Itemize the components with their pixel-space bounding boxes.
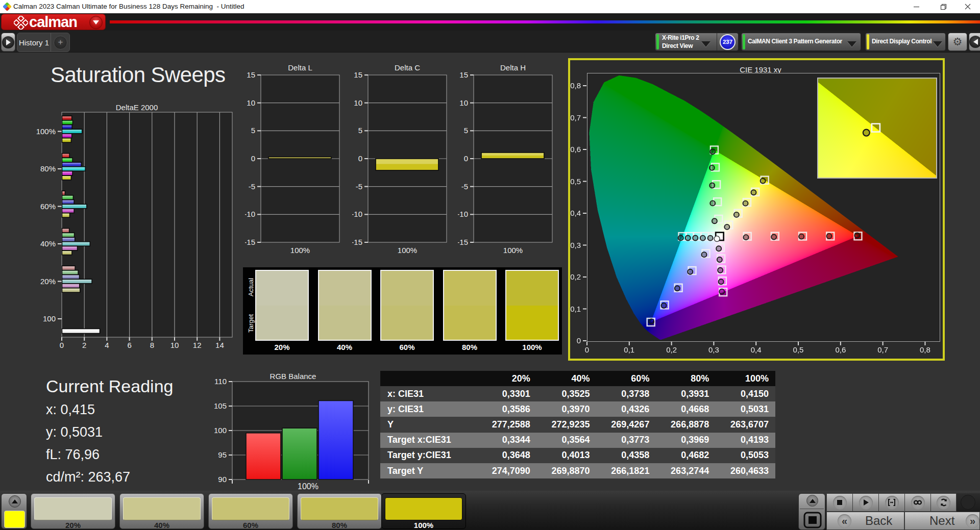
table-row: Target x:CIE310,33440,35640,37730,39690,… (380, 433, 775, 448)
cell-value: 0,4682 (656, 448, 716, 463)
cell-value: 0,4668 (656, 401, 716, 417)
cell-value: 0,3344 (477, 433, 537, 448)
record-button[interactable] (961, 495, 975, 510)
row-label: x: CIE31 (380, 386, 477, 401)
svg-text:0: 0 (577, 336, 581, 345)
patch-actual-60% (381, 271, 433, 306)
calman-menu-button[interactable]: calman (1, 14, 106, 30)
chevron-up-icon (810, 499, 816, 503)
svg-text:10: 10 (247, 98, 255, 107)
svg-text:0: 0 (464, 154, 468, 163)
svg-text:0,4: 0,4 (570, 209, 581, 217)
calman-logo-icon (14, 16, 28, 30)
expand-button[interactable] (806, 495, 818, 507)
display-control-accent (867, 34, 869, 49)
svg-text:0,8: 0,8 (920, 345, 930, 354)
svg-text:95: 95 (218, 450, 227, 459)
svg-text:100%: 100% (398, 246, 417, 255)
pattern-button-60%[interactable]: 60% (208, 493, 293, 529)
patch-80% (443, 270, 497, 341)
measurement-table: 20%40%60%80%100%x: CIE310,33010,35250,37… (380, 371, 775, 478)
svg-text:100: 100 (214, 426, 227, 435)
pattern-button-40%[interactable]: 40% (119, 493, 204, 529)
svg-text:105: 105 (214, 401, 227, 410)
next-button[interactable]: Next » (904, 512, 980, 530)
pattern-button[interactable] (878, 493, 904, 512)
cell-value: 263,2744 (656, 463, 716, 478)
cell-value: 0,3738 (597, 386, 656, 401)
plus-icon: + (54, 36, 67, 49)
svg-text:0,7: 0,7 (877, 345, 888, 354)
next-label: Next (929, 514, 954, 528)
svg-text:100%: 100% (298, 482, 318, 491)
cell-value: 0,5053 (716, 448, 775, 463)
meter-reading-badge[interactable]: 237 (720, 34, 736, 50)
pattern-button-20%[interactable]: 20% (31, 493, 115, 529)
pattern-generator-select[interactable]: CalMAN Client 3 Pattern Generator (741, 33, 861, 51)
svg-text:10: 10 (354, 98, 362, 107)
svg-text:Delta L: Delta L (288, 63, 312, 72)
loop-button[interactable] (904, 493, 930, 512)
svg-text:5: 5 (251, 126, 255, 135)
patch-20% (255, 270, 309, 341)
table-row: Y277,2588272,9235269,4267266,8878263,670… (380, 417, 775, 432)
cell-value: 260,4633 (716, 463, 775, 478)
pattern-window-button[interactable] (802, 511, 822, 529)
pattern-button-label: 80% (298, 521, 381, 529)
svg-text:12: 12 (193, 341, 202, 349)
pattern-icon (885, 496, 899, 510)
svg-text:2: 2 (82, 341, 86, 349)
svg-text:-10: -10 (352, 210, 362, 218)
pattern-button-100%[interactable]: 100% (381, 493, 466, 529)
cell-value: 266,1821 (597, 463, 656, 478)
cell-value: 277,2588 (477, 417, 537, 432)
cie-1931-panel: CIE 1931 xy 000,10,10,20,20,30,30,40,40,… (568, 58, 945, 361)
svg-text:14: 14 (215, 341, 224, 349)
strip-row-label-actual: Actual (247, 278, 255, 296)
tab-scroll-button[interactable] (1, 33, 15, 52)
svg-text:4: 4 (105, 341, 109, 349)
row-label (380, 371, 477, 386)
svg-text:Delta C: Delta C (395, 63, 420, 72)
svg-text:0: 0 (358, 154, 362, 163)
settings-button[interactable]: ⚙ (948, 33, 967, 51)
pattern-button-80%[interactable]: 80% (297, 493, 382, 529)
meter-line1: X-Rite i1Pro 2 (662, 34, 699, 41)
cell-value: 0,4150 (716, 386, 775, 401)
cell-value: 0,3773 (597, 433, 656, 448)
play-icon (2, 36, 14, 48)
delta-c-chart: Delta C151050-5-10-15100% (352, 61, 454, 260)
stop-button[interactable] (826, 493, 852, 512)
add-tab-button[interactable]: + (52, 33, 69, 52)
cell-value: 0,3586 (477, 401, 537, 417)
play-button[interactable] (852, 493, 878, 512)
svg-text:100%: 100% (290, 246, 310, 255)
display-control-select[interactable]: Direct Display Control (865, 33, 946, 51)
collapse-toolbar-button[interactable] (969, 33, 980, 51)
chevron-down-icon (701, 41, 710, 47)
svg-text:15: 15 (459, 70, 468, 79)
cell-value: 80% (656, 371, 716, 386)
display-control-label: Direct Display Control (872, 38, 932, 45)
cie-axes: 000,10,10,20,20,30,30,40,40,50,50,60,60,… (570, 60, 943, 359)
gear-icon: ⚙ (953, 36, 963, 48)
refresh-button[interactable] (930, 493, 957, 512)
patch-target-60% (381, 306, 433, 340)
pattern-swatch (34, 497, 112, 520)
back-button[interactable]: « Back (826, 512, 904, 530)
back-label: Back (865, 514, 892, 528)
patch-label: 80% (443, 343, 497, 351)
pattern-popup-button[interactable] (1, 493, 27, 529)
svg-text:0,1: 0,1 (570, 305, 581, 313)
delta-l-chart: Delta L151050-5-10-15100% (245, 61, 347, 260)
svg-text:8: 8 (150, 341, 154, 349)
restore-button[interactable] (932, 0, 954, 13)
minimize-button[interactable] (905, 0, 928, 13)
svg-text:-5: -5 (249, 182, 255, 191)
meter-line2: Direct View (662, 42, 693, 49)
close-button[interactable] (957, 0, 979, 13)
svg-text:-5: -5 (356, 182, 362, 191)
calman-dropdown-button[interactable] (89, 16, 103, 29)
tab-history-1[interactable]: History 1 (17, 33, 51, 52)
patch-label: 40% (318, 343, 372, 351)
